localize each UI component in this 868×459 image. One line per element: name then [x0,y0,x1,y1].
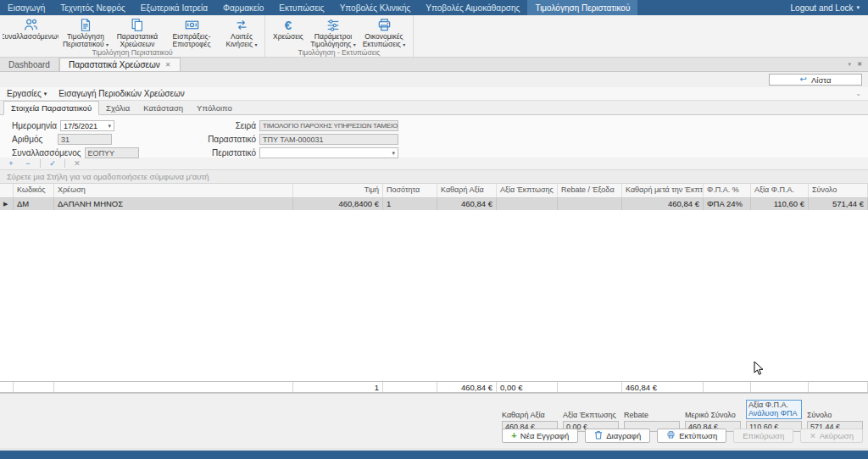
ribbon-button-label: Παράμετροι Τιμολόγησης [310,32,352,48]
grid-header-timi[interactable]: Τιμή [293,184,383,197]
ribbon-button-xreoseis[interactable]: € Χρεώσεις [268,16,309,48]
grid-header-rebate-eksoda[interactable]: Rebate / Έξοδα [558,184,622,197]
ribbon-button-eisprakseis-epistrofes[interactable]: Εισπράξεις-Επιστροφές [162,16,221,48]
cell-aksia-fpa: 110,60 € [751,198,809,210]
tab-list-chevron-icon[interactable]: ▾ [849,61,852,68]
chevron-down-icon: ▾ [856,4,860,11]
trash-icon [594,430,603,441]
ribbon-button-timologisi-peristatikou[interactable]: Τιμολόγηση Περιστατικού ▾ [58,16,113,48]
ribbon-button-oikonomikes-ektyposeis[interactable]: Οικονομικές Εκτυπώσεις ▾ [358,16,410,48]
x-icon: ✕ [74,159,81,168]
cell-synolo: 571,44 € [809,198,868,210]
contacts-icon [23,17,39,33]
form-tab-sxolia[interactable]: Σχόλια [99,102,136,114]
ribbon-button-parastatika-xreoseon[interactable]: Παραστατικά Χρεώσεων [113,16,162,48]
print-button[interactable]: Εκτύπωση [657,429,726,443]
grid-header-kodikos[interactable]: Κωδικός [14,184,54,197]
ribbon-button-loipes-kiniseis[interactable]: Λοιπές Κινήσεις ▾ [221,16,262,48]
new-record-label: Νέα Εγγραφή [520,431,569,440]
check-icon: ✓ [49,159,56,168]
grid-header-synolo[interactable]: Σύνολο [809,184,868,197]
grid-header-xreosi[interactable]: Χρέωση [54,184,293,197]
grid-header-kathari-meta-ekpt[interactable]: Καθαρή μετά την Έκπτ. [622,184,704,197]
cell-kathari-aksia: 460,84 € [437,198,497,210]
new-record-button[interactable]: + Νέα Εγγραφή [502,429,578,443]
remove-row-button[interactable]: − [20,158,36,169]
ribbon-tab-exoterika-iatreia[interactable]: Εξωτερικά Ιατρεία [133,0,215,15]
grid-header-kathari-aksia[interactable]: Καθαρή Αξία [437,184,497,197]
ribbon-tab-ektyposeis[interactable]: Εκτυπώσεις [271,0,331,15]
tab-close-icon[interactable]: ✖ [857,61,862,68]
doc-tab-label: Παραστατικά Χρεώσεων [69,60,160,69]
date-field[interactable]: 17/5/2021 ▾ [60,120,114,131]
ribbon-tab-bar: Εισαγωγή Τεχνητός Νεφρός Εξωτερικά Ιατρε… [0,0,868,15]
transactions-icon [234,17,249,33]
form-tab-stoixeia-parastatikou[interactable]: Στοιχεία Παραστατικού [3,101,99,115]
partner-value: ΕΟΠΥΥ [88,149,115,158]
apply-button[interactable]: ✓ [45,158,60,169]
chevron-down-icon: ▾ [254,42,257,47]
x-icon: ✕ [810,432,816,440]
cancel-edit-button[interactable]: ✕ [70,158,85,169]
minus-icon: − [25,159,30,168]
printer-icon [376,17,392,33]
cell-xreosi: ΔΑΠΑΝΗ ΜΗΝΟΣ [54,198,293,210]
plus-icon: + [511,431,516,440]
validate-label: Επικύρωση [743,431,784,440]
grid-header-aksia-fpa[interactable]: Αξία Φ.Π.Α. [751,184,809,197]
grid-body[interactable] [0,210,868,381]
ribbon-button-label: Λοιπές Κινήσεις [226,32,253,48]
date-label: Ημερομηνία [12,121,57,130]
document-tab-bar: Dashboard Παραστατικά Χρεώσεων ✕ ▾ ✖ [0,58,868,72]
ribbon-group-caption: Τιμολόγηση Περιστατικού [0,48,264,58]
document-value: ΤΠΥ ΤΑΜ-000031 [263,135,324,144]
cell-timi: 460,8400 € [293,198,383,210]
form-tab-ypoloipo[interactable]: Υπόλοιπο [190,102,239,114]
ribbon-button-label: Οικονομικές Εκτυπώσεις [363,32,403,48]
ribbon-tab-eisagogi[interactable]: Εισαγωγή [0,0,53,15]
cancel-button: ✕ Ακύρωση [800,429,863,443]
doc-tab-dashboard[interactable]: Dashboard [0,58,59,71]
ribbon-tab-ypovoles-aimokatharsis[interactable]: Υποβολές Αιμοκάθαρσης [418,0,527,15]
doc-tab-parastatika-xreoseon[interactable]: Παραστατικά Χρεώσεων ✕ [59,58,181,71]
validate-button: Επικύρωση [733,429,793,443]
ribbon-button-label: Παραστατικά Χρεώσεων [117,32,159,48]
documents-icon [130,17,145,33]
logout-button[interactable]: Logout and Lock ▾ [782,0,868,15]
ribbon-tab-texnitos-nefros[interactable]: Τεχνητός Νεφρός [53,0,133,15]
summary-quantity: 1 [293,382,383,392]
incident-combo[interactable]: ▾ [259,147,398,158]
grid-summary-row: 1 460,84 € 0,00 € 460,84 € [0,381,868,393]
ribbon-tab-timologisi-peristatikou[interactable]: Τιμολόγηση Περιστατικού [527,0,637,15]
list-button[interactable]: ↩ Λίστα [769,74,862,86]
vat-analysis-link[interactable]: Ανάλυση ΦΠΑ [748,409,799,418]
number-label: Αριθμός [12,135,54,144]
totals-panel: Καθαρή Αξία 460,84 € Αξία Έκπτωσης 0,00 … [502,400,863,432]
grid-header-posotita[interactable]: Ποσότητα [383,184,437,197]
tasks-menu[interactable]: Εργασίες ▾ [7,89,47,98]
delete-button[interactable]: Διαγραφή [585,429,650,443]
periodic-charges-menu-item[interactable]: Εισαγωγή Περιοδικών Χρεώσεων [58,89,184,98]
cell-fpa-pct: ΦΠΑ 24% [704,198,751,210]
delete-label: Διαγραφή [606,431,641,440]
ribbon-button-synallassomenon[interactable]: Συναλλασσόμενων [3,16,58,48]
grid-header-aksia-ekptosis[interactable]: Αξία Έκπτωσης [497,184,558,197]
action-button-row: + Νέα Εγγραφή Διαγραφή Εκτύπωση [502,429,863,443]
form-tab-katastasi[interactable]: Κατάσταση [136,102,190,114]
grid-header-fpa-pct[interactable]: Φ.Π.Α. % [704,184,751,197]
cell-kathari-meta-ekpt: 460,84 € [622,198,704,210]
summary-net: 460,84 € [437,382,497,392]
ribbon-tab-ypovoles-klinikis[interactable]: Υποβολές Κλινικής [332,0,419,15]
total-grand-label: Σύνολο [807,411,863,419]
close-icon[interactable]: ✕ [165,61,171,69]
back-arrow-icon: ↩ [800,75,807,84]
ribbon-tab-farmakeio[interactable]: Φαρμακείο [215,0,271,15]
collapse-chevron-icon[interactable]: ⌄ [855,90,861,97]
grid-group-panel[interactable]: Σύρετε μια Στήλη για να ομαδοποιήσετε σύ… [0,170,868,184]
vat-analysis-box: Αξία Φ.Π.Α. Ανάλυση ΦΠΑ [746,400,802,419]
grid-row[interactable]: ▶ ΔΜ ΔΑΠΑΝΗ ΜΗΝΟΣ 460,8400 € 1 460,84 € … [0,198,868,210]
ribbon-button-parametroi-timologisis[interactable]: Παράμετροι Τιμολόγησης ▾ [309,16,358,48]
ribbon-group-timologisi-ektyposeis: € Χρεώσεις Παράμετροι Τιμολόγησης ▾ [265,15,414,57]
list-button-label: Λίστα [811,75,831,85]
add-row-button[interactable]: + [3,158,19,169]
